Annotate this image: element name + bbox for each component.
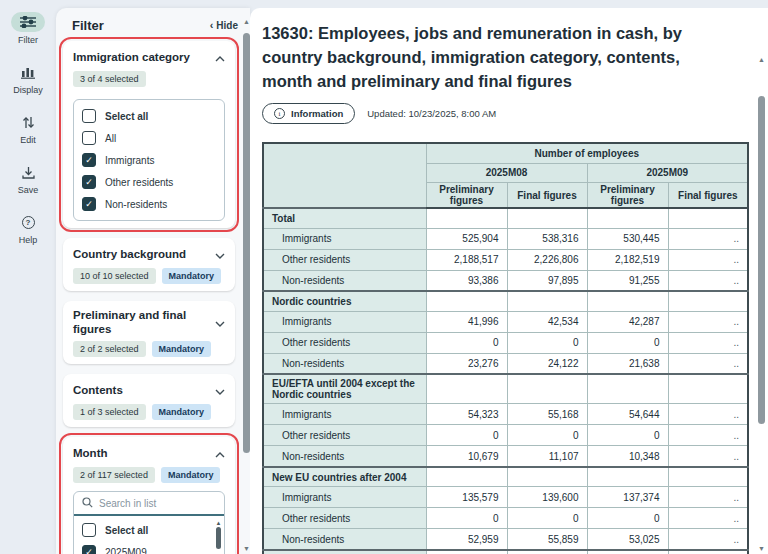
table-data-row: Non-residents52,95955,85953,025..: [263, 529, 748, 550]
scrollbar-thumb[interactable]: [758, 96, 765, 424]
empty-cell: [426, 374, 507, 404]
value-cell: ..: [668, 529, 748, 550]
filter-panel: Filter ‹ Hide Immigration category 3 of …: [56, 8, 250, 554]
toolbar-item-filter[interactable]: Filter: [11, 12, 45, 45]
filter-panel-header: Filter ‹ Hide: [56, 8, 250, 39]
updated-timestamp: Updated: 10/23/2025, 8:00 AM: [367, 108, 496, 119]
empty-cell: [587, 550, 668, 554]
value-cell: 54,644: [587, 404, 668, 425]
section-title: Contents: [73, 383, 123, 397]
value-cell: 0: [587, 508, 668, 529]
search-icon: [82, 494, 93, 512]
row-label-cell: Immigrants: [263, 228, 426, 249]
table-group-row: Nordic countries: [263, 291, 748, 311]
checkbox-option[interactable]: ✓Non-residents: [82, 193, 216, 215]
checkbox-option[interactable]: Select all: [82, 105, 216, 127]
scroll-up-icon[interactable]: ▲: [215, 520, 222, 526]
value-cell: 54,323: [426, 404, 507, 425]
month-list-scrollbar[interactable]: ▲: [215, 520, 222, 554]
figures-column-header: Final figures: [668, 182, 748, 208]
value-cell: 2,188,517: [426, 249, 507, 270]
row-label-cell: Immigrants: [263, 404, 426, 425]
icon-toolbar: Filter Display Edit Save ? Help: [0, 0, 56, 554]
table-data-row: Immigrants135,579139,600137,374..: [263, 487, 748, 508]
unchecked-checkbox-icon[interactable]: [82, 131, 96, 145]
section-title: Month: [73, 446, 107, 460]
toolbar-item-display[interactable]: Display: [11, 62, 45, 95]
value-cell: 52,959: [426, 529, 507, 550]
table-data-row: Other residents000..: [263, 332, 748, 353]
value-cell: 42,287: [587, 311, 668, 332]
row-label-cell: Other residents: [263, 332, 426, 353]
chevron-up-icon[interactable]: [215, 48, 225, 66]
checkbox-option[interactable]: ✓Immigrants: [82, 149, 216, 171]
scroll-up-icon[interactable]: ▲: [757, 56, 766, 63]
chevron-down-icon[interactable]: [215, 381, 225, 399]
mandatory-badge: Mandatory: [162, 268, 222, 284]
value-cell: 55,859: [507, 529, 587, 550]
month-list-box: Search in list Select all✓2025M09✓2025M0…: [73, 491, 225, 554]
table-data-row: Other residents000..: [263, 508, 748, 529]
empty-cell: [507, 374, 587, 404]
toolbar-label: Edit: [20, 135, 36, 145]
selection-count-badge: 1 of 3 selected: [73, 404, 146, 420]
scroll-down-icon[interactable]: ▼: [757, 545, 766, 552]
table-data-row: Non-residents10,67911,10710,348..: [263, 446, 748, 467]
table-data-row: Immigrants41,99642,53442,287..: [263, 311, 748, 332]
toolbar-item-help[interactable]: ? Help: [11, 212, 45, 245]
chevron-down-icon[interactable]: [215, 313, 225, 331]
checked-checkbox-icon[interactable]: ✓: [82, 175, 96, 189]
value-cell: 135,579: [426, 487, 507, 508]
table-group-row: Total: [263, 208, 748, 228]
checkbox-option[interactable]: All: [82, 127, 216, 149]
figures-column-header: Final figures: [507, 182, 587, 208]
row-label-cell: Other residents: [263, 508, 426, 529]
unchecked-checkbox-icon[interactable]: [82, 109, 96, 123]
group-label-cell: Nordic countries: [263, 291, 426, 311]
selection-count-badge: 2 of 2 selected: [73, 341, 146, 357]
table-data-row: Other residents2,188,5172,226,8062,182,5…: [263, 249, 748, 270]
selection-count-badge: 2 of 117 selected: [73, 467, 155, 483]
toolbar-item-edit[interactable]: Edit: [11, 112, 45, 145]
group-label-cell: EU/EFTA until 2004 except the Nordic cou…: [263, 374, 426, 404]
option-label: Immigrants: [105, 155, 154, 166]
checkbox-option[interactable]: Select all: [82, 519, 214, 541]
scrollbar-thumb[interactable]: [243, 33, 250, 453]
information-button[interactable]: i Information: [262, 103, 355, 124]
download-icon: [11, 162, 45, 182]
checked-checkbox-icon[interactable]: ✓: [82, 545, 96, 554]
empty-cell: [668, 291, 748, 311]
option-label: Non-residents: [105, 199, 167, 210]
hide-panel-button[interactable]: ‹ Hide: [210, 20, 238, 31]
option-label: 2025M09: [105, 547, 147, 554]
value-cell: 53,025: [587, 529, 668, 550]
filter-section-month: Month 2 of 117 selected Mandatory Search…: [63, 437, 235, 554]
checkbox-option[interactable]: ✓2025M09: [82, 541, 214, 554]
main-content: 13630: Employees, jobs and remuneration …: [250, 8, 768, 554]
chevron-up-icon[interactable]: [215, 444, 225, 462]
table-body: TotalImmigrants525,904538,316530,445..Ot…: [263, 208, 748, 554]
value-cell: 21,638: [587, 353, 668, 374]
checked-checkbox-icon[interactable]: ✓: [82, 153, 96, 167]
empty-cell: [587, 208, 668, 228]
chevron-down-icon[interactable]: [215, 245, 225, 263]
page-title: 13630: Employees, jobs and remuneration …: [262, 22, 734, 93]
option-label: Other residents: [105, 177, 173, 188]
table-group-row: New EU countries after 2004: [263, 467, 748, 487]
value-cell: 55,168: [507, 404, 587, 425]
value-cell: ..: [668, 425, 748, 446]
value-cell: 0: [426, 332, 507, 353]
month-options: Select all✓2025M09✓2025M082025M07: [74, 516, 214, 554]
scrollbar-thumb[interactable]: [216, 527, 221, 549]
toolbar-item-save[interactable]: Save: [11, 162, 45, 195]
unchecked-checkbox-icon[interactable]: [82, 523, 96, 537]
main-scrollbar[interactable]: ▲ ▼: [757, 56, 766, 552]
checkbox-option[interactable]: ✓Other residents: [82, 171, 216, 193]
bar-chart-icon: [11, 62, 45, 82]
value-cell: 0: [587, 425, 668, 446]
month-search-input[interactable]: Search in list: [74, 492, 224, 516]
statistics-table: Number of employees 2025M08 2025M09 Prel…: [262, 142, 749, 554]
row-label-cell: Immigrants: [263, 487, 426, 508]
checked-checkbox-icon[interactable]: ✓: [82, 197, 96, 211]
value-cell: 0: [587, 332, 668, 353]
